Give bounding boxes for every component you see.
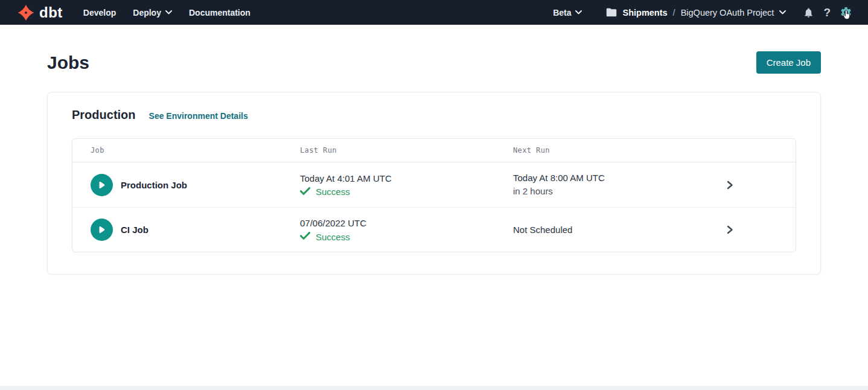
column-header-job: Job [91, 146, 300, 155]
last-run-time: 07/06/2022 UTC [300, 217, 513, 229]
beta-label: Beta [553, 8, 571, 18]
next-run-time: Today At 8:00 AM UTC [513, 172, 664, 184]
column-header-last-run: Last Run [300, 146, 513, 155]
job-row-ci[interactable]: CI Job 07/06/2022 UTC Success Not Schedu… [72, 207, 796, 252]
jobs-table-header-row: Job Last Run Next Run [72, 139, 796, 162]
check-icon [300, 187, 310, 197]
next-run-cell: Today At 8:00 AM UTC in 2 hours [513, 172, 664, 197]
chevron-down-icon [575, 10, 582, 14]
column-header-next-run: Next Run [513, 146, 664, 155]
environment-name: Production [72, 108, 136, 122]
nav-item-develop-label: Develop [83, 8, 116, 18]
nav-item-documentation-label: Documentation [189, 8, 251, 18]
status-label: Success [316, 232, 350, 242]
nav-item-documentation[interactable]: Documentation [189, 8, 251, 18]
nav-item-deploy-label: Deploy [133, 8, 161, 18]
job-name: Production Job [121, 180, 187, 190]
status-label: Success [316, 187, 350, 197]
breadcrumb-project[interactable]: BigQuery OAuth Project [681, 8, 774, 18]
settings-gear-icon[interactable] [840, 6, 852, 19]
next-run-cell: Not Scheduled [513, 224, 664, 236]
breadcrumb: Shipments / BigQuery OAuth Project [606, 8, 786, 18]
job-row-production[interactable]: Production Job Today At 4:01 AM UTC Succ… [72, 162, 796, 207]
see-environment-details-link[interactable]: See Environment Details [149, 111, 248, 121]
chevron-down-icon[interactable] [779, 10, 786, 14]
last-run-cell: 07/06/2022 UTC Success [300, 217, 513, 242]
next-run-time: Not Scheduled [513, 224, 664, 236]
breadcrumb-separator: / [673, 8, 675, 18]
check-icon [300, 231, 310, 242]
notifications-bell-icon[interactable] [803, 7, 814, 19]
job-cell: CI Job [91, 219, 300, 241]
page-content: Jobs Create Job Production See Environme… [0, 25, 868, 275]
next-run-relative: in 2 hours [513, 185, 664, 197]
environment-card: Production See Environment Details Job L… [47, 92, 821, 275]
dbt-logo[interactable]: dbt [17, 4, 63, 22]
last-run-time: Today At 4:01 AM UTC [300, 173, 513, 185]
dbt-logo-icon [17, 4, 35, 22]
last-run-cell: Today At 4:01 AM UTC Success [300, 173, 513, 197]
chevron-down-icon [165, 10, 172, 14]
page-header: Jobs Create Job [47, 25, 821, 74]
job-name: CI Job [121, 225, 148, 235]
help-icon[interactable]: ? [823, 7, 831, 18]
last-run-status: Success [300, 187, 513, 197]
last-run-status: Success [300, 231, 513, 242]
create-job-button[interactable]: Create Job [756, 51, 821, 74]
horizontal-scrollbar-track[interactable] [0, 386, 868, 390]
dbt-logo-word: dbt [39, 5, 63, 20]
beta-dropdown[interactable]: Beta [553, 8, 582, 18]
page-title: Jobs [47, 52, 89, 74]
row-chevron-right-icon[interactable] [664, 225, 796, 234]
jobs-table: Job Last Run Next Run Production Job Tod… [72, 138, 796, 252]
nav-right-group: Beta Shipments / BigQuery OAuth Project … [553, 6, 852, 19]
environment-header: Production See Environment Details [72, 108, 796, 122]
row-chevron-right-icon[interactable] [664, 181, 796, 190]
top-nav-bar: dbt Develop Deploy Documentation Beta Sh… [0, 0, 868, 25]
folder-icon [606, 8, 617, 17]
nav-item-develop[interactable]: Develop [83, 8, 116, 18]
run-job-play-icon[interactable] [91, 174, 113, 196]
breadcrumb-account[interactable]: Shipments [622, 8, 667, 18]
help-glyph: ? [823, 7, 831, 18]
job-cell: Production Job [91, 174, 300, 196]
run-job-play-icon[interactable] [91, 219, 113, 241]
nav-item-deploy[interactable]: Deploy [133, 8, 172, 18]
